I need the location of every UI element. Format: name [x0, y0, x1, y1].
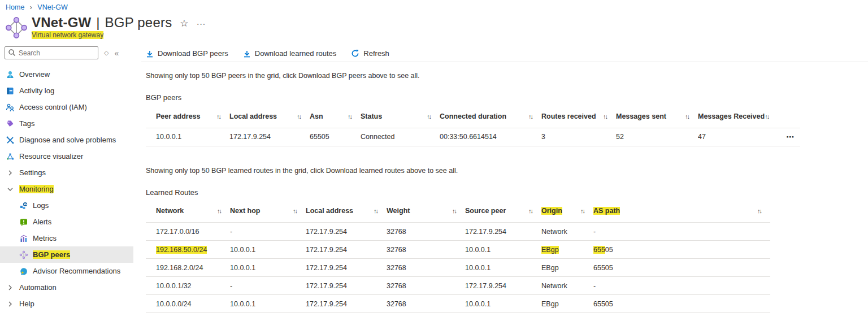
search-icon [8, 49, 16, 57]
sort-icon[interactable]: ↑↓ [528, 207, 532, 214]
learned-route-row: 192.168.2.0/24 10.0.0.1 172.17.9.254 327… [146, 259, 770, 277]
source-peer-cell: 10.0.0.1 [465, 295, 541, 313]
source-peer-cell: 10.0.0.1 [465, 241, 541, 259]
virtual-network-gateway-icon [5, 16, 28, 40]
sidebar-item-monitoring[interactable]: Monitoring [0, 181, 133, 197]
network-cell: 172.17.0.0/16 [146, 223, 230, 241]
learned-route-row: 192.168.50.0/24 10.0.0.1 172.17.9.254 32… [146, 241, 770, 259]
breadcrumb-home-link[interactable]: Home [6, 3, 24, 11]
sort-icon[interactable]: ↑↓ [297, 113, 301, 120]
sidebar-item-alerts[interactable]: Alerts [0, 214, 133, 230]
title-divider: | [96, 15, 99, 30]
status-cell: Connected [361, 128, 440, 146]
sidebar-item-automation[interactable]: Automation [0, 279, 133, 296]
sidebar-item-settings[interactable]: Settings [0, 164, 133, 181]
sort-icon[interactable]: ↑↓ [216, 113, 220, 120]
sort-icon[interactable]: ↑↓ [685, 113, 689, 120]
sort-icon[interactable]: ↑↓ [427, 113, 431, 120]
sidebar-item-bgp-peers[interactable]: BGP peers [0, 246, 133, 263]
col-status[interactable]: Status↑↓ [361, 105, 440, 128]
download-learned-routes-button[interactable]: Download learned routes [243, 49, 337, 58]
sidebar-item-help[interactable]: Help [0, 296, 133, 312]
col-asn[interactable]: Asn↑↓ [310, 105, 361, 128]
header-more-icon[interactable]: ⋯ [197, 19, 207, 29]
download-bgp-peers-button[interactable]: Download BGP peers [146, 49, 228, 58]
row-more-icon[interactable]: ⋯ [786, 132, 795, 141]
sidebar-item-resource-visualizer[interactable]: Resource visualizer [0, 148, 133, 164]
resource-visualizer-icon [6, 152, 15, 161]
origin-cell: EBgp [541, 259, 593, 277]
breadcrumb: Home › VNet-GW [0, 0, 868, 11]
sort-icon[interactable]: ↑↓ [757, 207, 761, 214]
refresh-button[interactable]: Refresh [351, 49, 389, 58]
page-header: VNet-GW | BGP peers ☆ ⋯ Virtual network … [0, 11, 868, 40]
weight-cell: 32768 [387, 223, 465, 241]
network-cell: 10.0.0.0/24 [146, 295, 230, 313]
sort-icon[interactable]: ↑↓ [603, 113, 607, 120]
sort-icon[interactable]: ↑↓ [348, 113, 351, 120]
as-path-cell: 65505 [593, 259, 770, 277]
pin-icon[interactable]: ◇ [104, 49, 108, 57]
col-peer-address[interactable]: Peer address↑↓ [146, 105, 229, 128]
content-pane: Download BGP peers Download learned rout… [133, 45, 868, 329]
connected-duration-cell: 00:33:50.6614514 [440, 128, 541, 146]
next-hop-cell: - [230, 277, 306, 295]
sidebar-item-logs[interactable]: Logs [0, 197, 133, 214]
favorite-star-icon[interactable]: ☆ [180, 18, 188, 29]
as-path-cell: - [593, 223, 770, 241]
next-hop-cell: 10.0.0.1 [230, 295, 306, 313]
sort-icon[interactable]: ↑↓ [765, 113, 769, 120]
collapse-sidebar-icon[interactable]: « [114, 49, 119, 58]
col-network[interactable]: Network↑↓ [146, 200, 230, 223]
sort-icon[interactable]: ↑↓ [374, 207, 377, 214]
col-local-address[interactable]: Local address↑↓ [306, 200, 387, 223]
weight-cell: 32768 [387, 277, 465, 295]
sidebar-item-activity-log[interactable]: Activity log [0, 83, 133, 99]
col-next-hop[interactable]: Next hop↑↓ [230, 200, 306, 223]
sort-icon[interactable]: ↑↓ [528, 113, 532, 120]
search-input[interactable] [5, 46, 98, 59]
sidebar-item-advisor[interactable]: Advisor Recommendations [0, 263, 133, 279]
download-icon [243, 50, 251, 58]
source-peer-cell: 172.17.9.254 [465, 223, 541, 241]
col-routes-received[interactable]: Routes received↑↓ [541, 105, 616, 128]
bgp-peer-row: 10.0.0.1 172.17.9.254 65505 Connected 00… [146, 128, 800, 146]
sort-icon[interactable]: ↑↓ [217, 207, 221, 214]
source-peer-cell: 10.0.0.1 [465, 259, 541, 277]
breadcrumb-current-link[interactable]: VNet-GW [37, 3, 67, 11]
col-messages-received[interactable]: Messages Received↑↓ [698, 105, 778, 128]
col-origin[interactable]: Origin↑↓ [541, 200, 593, 223]
chevron-right-icon [6, 283, 15, 292]
col-weight[interactable]: Weight↑↓ [387, 200, 465, 223]
messages-received-cell: 47 [698, 128, 778, 146]
sidebar-item-diagnose[interactable]: Diagnose and solve problems [0, 132, 133, 148]
col-actions [778, 105, 800, 128]
col-messages-sent[interactable]: Messages sent↑↓ [616, 105, 698, 128]
as-path-cell: - [593, 277, 770, 295]
col-local-address[interactable]: Local address↑↓ [229, 105, 310, 128]
metrics-icon [19, 234, 28, 243]
sort-icon[interactable]: ↑↓ [580, 207, 584, 214]
col-connected-duration[interactable]: Connected duration↑↓ [440, 105, 541, 128]
sidebar-item-overview[interactable]: Overview [0, 66, 133, 83]
sidebar-item-access-control[interactable]: Access control (IAM) [0, 99, 133, 115]
next-hop-cell: - [230, 223, 306, 241]
sidebar-item-tags[interactable]: Tags [0, 115, 133, 132]
asn-cell: 65505 [310, 128, 361, 146]
sort-icon[interactable]: ↑↓ [452, 207, 456, 214]
sort-icon[interactable]: ↑↓ [293, 207, 297, 214]
next-hop-cell: 10.0.0.1 [230, 259, 306, 277]
network-cell: 192.168.50.0/24 [146, 241, 230, 259]
weight-cell: 32768 [387, 259, 465, 277]
col-as-path[interactable]: AS path↑↓ [593, 200, 770, 223]
sidebar-nav: Overview Activity log Access control (IA… [0, 66, 133, 312]
origin-cell: EBgp [541, 295, 593, 313]
bgp-peers-table: Peer address↑↓ Local address↑↓ Asn↑↓ Sta… [146, 105, 800, 146]
chevron-down-icon [6, 185, 15, 194]
local-address-cell: 172.17.9.254 [306, 241, 387, 259]
gateway-icon [19, 250, 28, 259]
chevron-right-icon [6, 168, 15, 177]
sidebar-item-metrics[interactable]: Metrics [0, 230, 133, 246]
weight-cell: 32768 [387, 295, 465, 313]
col-source-peer[interactable]: Source peer↑↓ [465, 200, 541, 223]
